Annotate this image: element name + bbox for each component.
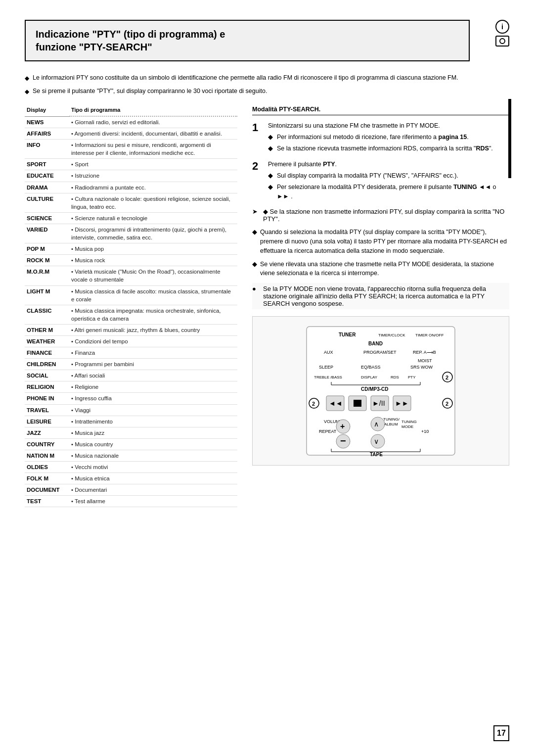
svg-text:∧: ∧	[374, 420, 379, 428]
table-row: ROCK M• Musica rock	[25, 255, 237, 266]
svg-text:◄◄: ◄◄	[329, 399, 343, 407]
desc-cell: • Musica classica impegnata: musica orch…	[69, 305, 237, 324]
display-cell: FOLK M	[25, 473, 69, 484]
table-row: FINANCE• Finanza	[25, 347, 237, 359]
table-row: NEWS• Giornali radio, servizi ed editori…	[25, 116, 237, 128]
page-title: Indicazione "PTY" (tipo di programma) e …	[36, 28, 459, 53]
display-cell: TEST	[25, 496, 69, 507]
diamond-icon: ◆	[268, 144, 274, 153]
display-cell: OTHER M	[25, 324, 69, 335]
table-row: NATION M• Musica nazionale	[25, 450, 237, 461]
diamond-icon: ◆	[268, 133, 274, 142]
svg-text:CD/MP3-CD: CD/MP3-CD	[361, 386, 389, 392]
desc-cell: • Intrattenimento	[69, 416, 237, 427]
table-row: WEATHER• Condizioni del tempo	[25, 335, 237, 347]
display-cell: AFFAIRS	[25, 128, 69, 140]
svg-text:DISPLAY: DISPLAY	[361, 375, 378, 379]
table-row: CLASSIC• Musica classica impegnata: musi…	[25, 305, 237, 324]
svg-text:SLEEP: SLEEP	[319, 365, 333, 370]
step-2: 2 Premere il pulsante PTY. ◆ Sul display…	[252, 160, 509, 201]
display-cell: OLDIES	[25, 462, 69, 473]
step-1-text: Sintonizzarsi su una stazione FM che tra…	[268, 121, 493, 131]
display-cell: TRAVEL	[25, 404, 69, 416]
note-1: ➤ ◆ Se la stazione non trasmette informa…	[252, 208, 509, 223]
display-cell: CULTURE	[25, 193, 69, 212]
note-2: ◆ Quando si seleziona la modalità PTY (s…	[252, 228, 509, 278]
desc-cell: • Affari sociali	[69, 370, 237, 381]
desc-cell: • Altri generi musicali: jazz, rhythm & …	[69, 324, 237, 335]
desc-cell: • Documentari	[69, 484, 237, 496]
desc-cell: • Varietà musicale ("Music On the Road")…	[69, 266, 237, 285]
diamond-icon: ◆	[25, 87, 33, 96]
desc-cell: • Religione	[69, 381, 237, 393]
col-type: Tipo di programma	[69, 106, 237, 116]
filled-circle-icon: ●	[252, 285, 260, 307]
table-row: DRAMA• Radiodrammi a puntate ecc.	[25, 182, 237, 193]
display-cell: SOCIAL	[25, 370, 69, 381]
display-cell: PHONE IN	[25, 393, 69, 404]
table-row: M.O.R.M• Varietà musicale ("Music On the…	[25, 266, 237, 285]
intro-bullet-1: ◆ Le informazioni PTY sono costituite da…	[25, 73, 470, 83]
display-cell: FINANCE	[25, 347, 69, 359]
display-cell: POP M	[25, 243, 69, 255]
display-cell: RELIGION	[25, 381, 69, 393]
table-row: SCIENCE• Scienze naturali e tecnologie	[25, 212, 237, 224]
svg-text:TIMER ON/OFF: TIMER ON/OFF	[415, 333, 444, 337]
svg-text:2: 2	[312, 401, 315, 407]
radio-icon	[495, 36, 509, 47]
diamond-icon: ◆	[268, 171, 274, 181]
svg-text:2: 2	[445, 401, 448, 407]
svg-text:TUNER: TUNER	[339, 332, 356, 337]
page-number: 17	[493, 725, 509, 741]
table-row: JAZZ• Musica jazz	[25, 427, 237, 438]
svg-text:REPEAT: REPEAT	[319, 429, 337, 434]
table-row: OLDIES• Vecchi motivi	[25, 462, 237, 473]
desc-cell: • Scienze naturali e tecnologie	[69, 212, 237, 224]
table-row: PHONE IN• Ingresso cuffia	[25, 393, 237, 404]
display-cell: EDUCATE	[25, 170, 69, 182]
display-cell: ROCK M	[25, 255, 69, 266]
svg-text:2: 2	[445, 375, 448, 380]
step-1-content: Sintonizzarsi su una stazione FM che tra…	[268, 121, 493, 153]
desc-cell: • Musica country	[69, 438, 237, 450]
desc-cell: • Cultura nazionale o locale: questioni …	[69, 193, 237, 212]
step-1-number: 1	[252, 121, 264, 153]
pty-table: Display Tipo di programma NEWS• Giornali…	[25, 106, 237, 507]
desc-cell: • Istruzione	[69, 170, 237, 182]
desc-cell: • Musica pop	[69, 243, 237, 255]
display-cell: VARIED	[25, 224, 69, 243]
desc-cell: • Argomenti diversi: incidenti, document…	[69, 128, 237, 140]
step-2-bullet-1: ◆ Sul display comparirà la modalità PTY …	[268, 171, 509, 181]
desc-cell: • Musica rock	[69, 255, 237, 266]
remote-control-image: TUNER TIMER/CLOCK TIMER ON/OFF BAND AUX …	[252, 316, 509, 466]
display-cell: LIGHT M	[25, 285, 69, 305]
table-row: LEISURE• Intrattenimento	[25, 416, 237, 427]
svg-text:TAPE: TAPE	[370, 452, 383, 457]
remote-svg: TUNER TIMER/CLOCK TIMER ON/OFF BAND AUX …	[297, 322, 465, 460]
svg-text:EQ/BASS: EQ/BASS	[361, 365, 381, 370]
svg-text:MOIST: MOIST	[418, 358, 432, 363]
display-cell: NATION M	[25, 450, 69, 461]
diamond-icon: ◆	[252, 260, 257, 279]
desc-cell: • Programmi per bambini	[69, 359, 237, 370]
arrow-icon: ➤	[252, 208, 260, 223]
circle-icon: i	[495, 20, 509, 34]
table-row: COUNTRY• Musica country	[25, 438, 237, 450]
table-row: SPORT• Sport	[25, 159, 237, 170]
main-content: Display Tipo di programma NEWS• Giornali…	[25, 106, 509, 507]
table-row: VARIED• Discorsi, programmi di intratten…	[25, 224, 237, 243]
intro-bullet-2: ◆ Se si preme il pulsante "PTY", sul dis…	[25, 87, 470, 96]
svg-text:−: −	[340, 435, 346, 446]
display-cell: LEISURE	[25, 416, 69, 427]
desc-cell: • Radiodrammi a puntate ecc.	[69, 182, 237, 193]
top-right-icon: i	[495, 20, 509, 47]
step-2-number: 2	[252, 160, 264, 201]
svg-text:TUNING/: TUNING/	[383, 417, 400, 422]
table-row: CULTURE• Cultura nazionale o locale: que…	[25, 193, 237, 212]
svg-text:∨: ∨	[374, 437, 379, 445]
svg-text:TREBLE /BASS: TREBLE /BASS	[314, 375, 342, 379]
svg-text:►►: ►►	[395, 399, 409, 407]
display-cell: INFO	[25, 140, 69, 159]
table-row: POP M• Musica pop	[25, 243, 237, 255]
desc-cell: • Musica nazionale	[69, 450, 237, 461]
